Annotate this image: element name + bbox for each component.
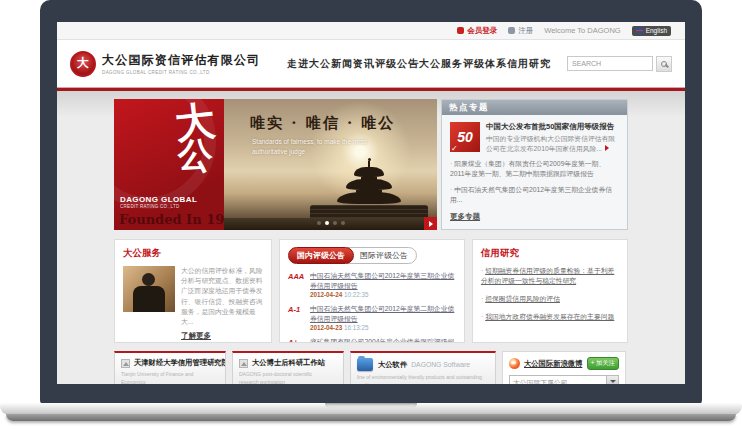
software-title-en: DAGONG Software bbox=[411, 361, 470, 368]
member-login-link[interactable]: 会员登录 bbox=[457, 26, 497, 36]
badge-50-icon: 50 bbox=[450, 122, 480, 152]
partner-title: 大公博士后科研工作站 bbox=[252, 358, 325, 368]
more-arrow-icon bbox=[605, 145, 609, 151]
partner-box-tianjin[interactable]: 天津财经大学信用管理研究院 Tianjin University of Fina… bbox=[114, 351, 226, 384]
search-button[interactable] bbox=[656, 56, 672, 72]
software-box[interactable]: 大公软件 DAGONG Software line of environment… bbox=[350, 351, 496, 384]
nav-item-news[interactable]: 新闻资讯 bbox=[331, 57, 375, 71]
hot-topic-headline-link[interactable]: 中国大公发布首批50国家信用等级报告 bbox=[486, 122, 619, 132]
next-arrow-icon bbox=[429, 221, 433, 227]
research-title: 信用研究 bbox=[481, 247, 619, 260]
announcement-time: 16:13:25 bbox=[344, 324, 369, 331]
register-label: 注册 bbox=[518, 26, 533, 36]
partner-title: 天津财经大学信用管理研究院 bbox=[134, 358, 226, 368]
announcements-box: 国内评级公告 国际评级公告 AAA 中国石油天然气集团公司2012年度第三期企业… bbox=[279, 239, 465, 343]
subsidiary-select[interactable]: 大公国际下属公司 bbox=[509, 375, 619, 384]
middle-row: 大公服务 大公的信用评价标准，风险分析与研究观点、数据资料广泛而深度地运用于债券… bbox=[114, 239, 628, 343]
announcement-link[interactable]: 中国石油天然气集团公司2012年度第二期企业债券信用评级报告 bbox=[310, 305, 454, 322]
banner-slogan-en-line2: authoritative judge bbox=[252, 147, 367, 157]
search-icon bbox=[661, 61, 667, 67]
site-header: 大 大公国际资信评估有限公司 DAGONG GLOBAL CREDIT RATI… bbox=[57, 40, 685, 87]
main-nav: 走进大公 新闻资讯 评级公告 大公服务 评级体系 信用研究 bbox=[265, 57, 567, 71]
services-box: 大公服务 大公的信用评价标准，风险分析与研究观点、数据资料广泛而深度地运用于债券… bbox=[114, 239, 272, 343]
announcement-link[interactable]: 兖矿集团有限公司2004年度企业债券跟踪评级报告 bbox=[310, 338, 454, 343]
partner-subtitle: Tianjin University of Finance and Econom… bbox=[121, 371, 219, 384]
hot-topic-item-link[interactable]: 中国石油天然气集团公司2012年度第三期企业债券信用... bbox=[450, 185, 619, 205]
banner-slogan-en: Standards of fairness, to make the most … bbox=[252, 137, 367, 157]
research-link[interactable]: 担保圈贷信用风险的评估 bbox=[485, 295, 560, 302]
hot-topics-title: 热点专题 bbox=[442, 100, 627, 115]
carousel-dot-2-active[interactable] bbox=[325, 221, 329, 225]
hot-topic-summary: 中国的专业评级机构大公国际资信评估有限公司在北京发布2010年国家信用风险... bbox=[486, 134, 619, 154]
welcome-text: Welcome To DAGONG bbox=[544, 26, 620, 35]
website-screen: 会员登录 注册 Welcome To DAGONG English 大 大公国际… bbox=[57, 22, 685, 384]
nav-item-services[interactable]: 大公服务 bbox=[419, 57, 463, 71]
carousel-dot-4[interactable] bbox=[341, 221, 345, 225]
nav-item-rating-system[interactable]: 评级体系 bbox=[463, 57, 507, 71]
laptop-notch bbox=[325, 403, 417, 408]
carousel-dot-3[interactable] bbox=[333, 221, 337, 225]
announcement-row: AAA 中国石油天然气集团公司2012年度第三期企业债券信用评级报告 2012-… bbox=[288, 271, 456, 298]
nav-item-research[interactable]: 信用研究 bbox=[507, 57, 551, 71]
hot-topics-panel: 热点专题 50 中国大公发布首批50国家信用等级报告 中国的专业评级机构大公国际… bbox=[441, 99, 628, 230]
tab-international-ratings[interactable]: 国际评级公告 bbox=[347, 247, 417, 264]
calligraphy: 大 公 bbox=[175, 103, 215, 171]
banner-row: 大 公 DAGONG GLOBAL CREDIT RATING CO.,LTD … bbox=[114, 99, 628, 230]
search-box bbox=[567, 56, 672, 72]
temple-of-heaven-silhouette bbox=[310, 158, 428, 218]
announcement-row: A-1 中国石油天然气集团公司2012年度第二期企业债券信用评级报告 2012-… bbox=[288, 304, 456, 331]
topbar: 会员登录 注册 Welcome To DAGONG English bbox=[57, 22, 685, 40]
carousel-dot-1[interactable] bbox=[317, 221, 321, 225]
select-dropdown-button[interactable] bbox=[606, 376, 618, 384]
company-name-en: DAGONG GLOBAL CREDIT RATING CO.,LTD bbox=[102, 70, 260, 75]
nav-item-announcements[interactable]: 评级公告 bbox=[375, 57, 419, 71]
nav-item-about[interactable]: 走进大公 bbox=[287, 57, 331, 71]
founded-text: Founded In 1994 bbox=[119, 212, 224, 227]
announcement-time: 10:22:35 bbox=[344, 291, 369, 298]
tab-domestic-ratings[interactable]: 国内评级公告 bbox=[288, 247, 354, 264]
announcement-row: A+ 兖矿集团有限公司2004年度企业债券跟踪评级报告 2012-04-17 1… bbox=[288, 337, 456, 343]
register-icon bbox=[508, 27, 515, 34]
weibo-link[interactable]: 大公国际新浪微博 bbox=[524, 359, 582, 369]
rating-badge: AAA bbox=[288, 271, 306, 298]
research-box: 信用研究 短期融资券信用评级的质量检验：基于利差分析的评级一致性与稳定性研究 担… bbox=[472, 239, 628, 343]
english-flag-icon bbox=[636, 28, 643, 33]
follow-button[interactable]: + 加关注 bbox=[587, 357, 619, 370]
announcement-link[interactable]: 中国石油天然气集团公司2012年度第三期企业债券信用评级报告 bbox=[310, 272, 454, 289]
learn-more-link[interactable]: 了解更多 bbox=[181, 331, 211, 341]
partner-subtitle: DAGONG post-doctoral scientific research… bbox=[239, 371, 337, 384]
rating-badge: A+ bbox=[288, 337, 306, 343]
partner-box-postdoc[interactable]: 大公博士后科研工作站 DAGONG post-doctoral scientif… bbox=[232, 351, 344, 384]
carousel-slide[interactable]: 唯实 · 唯信 · 唯公 Standards of fairness, to m… bbox=[224, 99, 437, 230]
search-input[interactable] bbox=[567, 56, 653, 71]
member-icon bbox=[457, 27, 464, 34]
research-link[interactable]: 我国地方政府债券融资发展存在的主要问题 bbox=[485, 313, 614, 320]
businessman-photo bbox=[123, 266, 175, 312]
software-title-cn: 大公软件 bbox=[378, 360, 407, 370]
laptop-bottom bbox=[6, 414, 736, 421]
main-area: 大 公 DAGONG GLOBAL CREDIT RATING CO.,LTD … bbox=[57, 91, 685, 384]
chevron-down-icon bbox=[610, 380, 616, 383]
company-name-cn: 大公国际资信评估有限公司 bbox=[102, 52, 260, 69]
page: 会员登录 注册 Welcome To DAGONG English 大 大公国际… bbox=[0, 0, 742, 429]
laptop-bezel: 会员登录 注册 Welcome To DAGONG English 大 大公国际… bbox=[40, 0, 702, 404]
site-logo[interactable]: 大 大公国际资信评估有限公司 DAGONG GLOBAL CREDIT RATI… bbox=[70, 51, 265, 77]
carousel-next-button[interactable] bbox=[424, 217, 437, 230]
research-link[interactable]: 短期融资券信用评级的质量检验：基于利差分析的评级一致性与稳定性研究 bbox=[481, 267, 614, 284]
folder-icon bbox=[357, 358, 373, 371]
footer-row: 天津财经大学信用管理研究院 Tianjin University of Fina… bbox=[114, 351, 628, 384]
dagong-logo-icon: 大 bbox=[70, 51, 96, 77]
software-subtitle: line of environmentally friendly product… bbox=[357, 374, 489, 384]
hot-topic-item-link[interactable]: 阳泉煤业（集团）有限责任公司2009年度第一期、2011年度第一期、第二期中期票… bbox=[450, 159, 619, 179]
announcement-date: 2012-04-23 bbox=[310, 324, 342, 331]
more-topics-link[interactable]: 更多专题 bbox=[450, 212, 480, 222]
register-link[interactable]: 注册 bbox=[508, 26, 533, 36]
english-label: English bbox=[646, 27, 667, 34]
announcement-date: 2012-04-24 bbox=[310, 291, 342, 298]
rating-badge: A-1 bbox=[288, 304, 306, 331]
announcement-tabs: 国内评级公告 国际评级公告 bbox=[288, 247, 456, 264]
calligraphy-char-2: 公 bbox=[176, 137, 214, 173]
weibo-panel: 大公国际新浪微博 + 加关注 大公国际下属公司 relevant partner… bbox=[502, 351, 626, 384]
english-switch-button[interactable]: English bbox=[632, 26, 671, 36]
banner-slogan: 唯实 · 唯信 · 唯公 bbox=[250, 114, 395, 133]
